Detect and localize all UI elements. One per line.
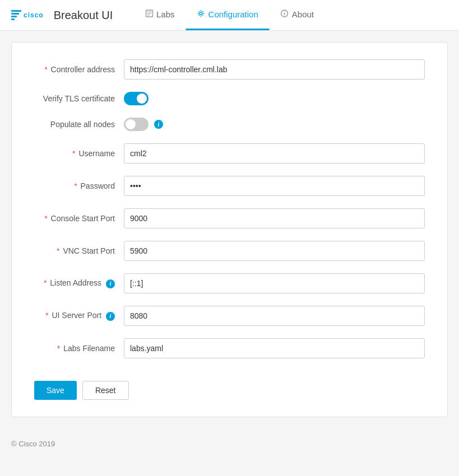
password-label: * Password (34, 181, 124, 190)
verify-tls-label: Verify TLS certificate (34, 94, 124, 103)
console-port-input[interactable] (124, 208, 425, 228)
vnc-port-label: * VNC Start Port (34, 246, 124, 255)
copyright-text: © Cisco 2019 (11, 440, 55, 448)
labs-filename-input[interactable] (124, 338, 425, 358)
verify-tls-row: Verify TLS certificate (34, 92, 425, 105)
listen-address-info-icon[interactable]: i (106, 279, 115, 288)
console-port-label: * Console Start Port (34, 214, 124, 223)
ui-server-port-label: * UI Server Port i (34, 311, 124, 321)
populate-nodes-info-icon[interactable]: i (154, 120, 163, 129)
verify-tls-toggle-row (124, 92, 149, 105)
listen-address-row: * Listen Address i (34, 273, 425, 293)
footer: © Cisco 2019 (0, 428, 459, 459)
vnc-port-row: * VNC Start Port (34, 241, 425, 261)
tab-about-label: About (292, 10, 314, 19)
password-input[interactable] (124, 176, 425, 196)
listen-address-input[interactable] (124, 273, 425, 293)
ui-server-port-row: * UI Server Port i (34, 306, 425, 326)
populate-nodes-toggle-row: i (124, 118, 163, 131)
config-card: * Controller address Verify TLS certific… (11, 42, 448, 417)
app-title: Breakout UI (54, 9, 113, 22)
tab-labs-label: Labs (156, 10, 175, 19)
controller-address-row: * Controller address (34, 59, 425, 80)
populate-nodes-label: Populate all nodes (34, 120, 124, 129)
svg-point-4 (200, 12, 202, 15)
tab-configuration[interactable]: Configuration (186, 0, 270, 30)
main-content: * Controller address Verify TLS certific… (0, 31, 459, 428)
verify-tls-toggle[interactable] (124, 92, 149, 105)
cisco-logo: cisco (11, 10, 44, 20)
username-label: * Username (34, 149, 124, 158)
save-button[interactable]: Save (34, 381, 77, 400)
username-row: * Username (34, 143, 425, 164)
cisco-bars (11, 10, 21, 20)
labs-filename-label: * Labs Filename (34, 344, 124, 353)
controller-address-input[interactable] (124, 59, 425, 80)
labs-filename-row: * Labs Filename (34, 338, 425, 358)
about-icon (281, 10, 289, 19)
populate-nodes-slider (124, 118, 149, 131)
populate-nodes-toggle[interactable] (124, 118, 149, 131)
ui-server-port-info-icon[interactable]: i (106, 312, 115, 321)
form-actions: Save Reset (34, 375, 425, 400)
cisco-text: cisco (24, 11, 44, 19)
labs-icon (145, 10, 153, 19)
config-icon (197, 10, 205, 19)
vnc-port-input[interactable] (124, 241, 425, 261)
populate-nodes-row: Populate all nodes i (34, 118, 425, 131)
tab-about[interactable]: About (270, 0, 325, 30)
svg-point-7 (284, 11, 285, 12)
ui-server-port-input[interactable] (124, 306, 425, 326)
tab-configuration-label: Configuration (208, 10, 258, 19)
listen-address-label: * Listen Address i (34, 278, 124, 288)
username-input[interactable] (124, 143, 425, 164)
password-row: * Password (34, 176, 425, 196)
tab-labs[interactable]: Labs (134, 0, 186, 30)
logo-area: cisco Breakout UI (11, 9, 113, 22)
main-nav: Labs Configuration About (134, 0, 325, 30)
console-port-row: * Console Start Port (34, 208, 425, 228)
reset-button[interactable]: Reset (82, 381, 129, 400)
app-header: cisco Breakout UI Labs Conf (0, 0, 459, 31)
controller-address-label: * Controller address (34, 65, 124, 74)
verify-tls-slider (124, 92, 149, 105)
